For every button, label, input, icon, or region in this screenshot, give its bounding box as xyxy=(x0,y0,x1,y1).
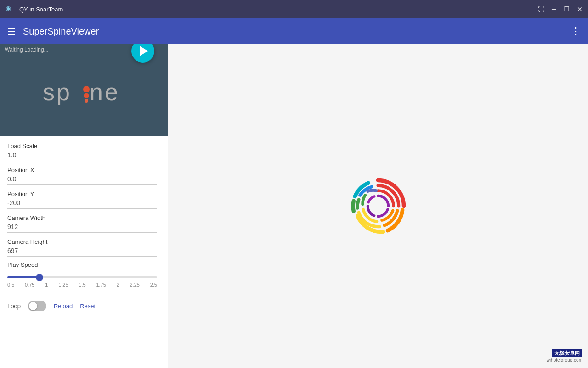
window-controls: ⛶ ─ ❐ ✕ xyxy=(538,6,582,13)
watermark: 无极安卓网 wjhotelgroup.com xyxy=(547,349,582,362)
play-speed-slider-wrapper: 0.5 0.75 1 1.25 1.5 1.75 2 2.25 2.5 xyxy=(7,272,157,297)
reset-button[interactable]: Reset xyxy=(80,303,96,310)
play-speed-label: Play Speed xyxy=(7,261,157,268)
tick-2-5: 2.5 xyxy=(150,282,157,288)
play-speed-slider[interactable] xyxy=(7,276,157,278)
tick-0-75: 0.75 xyxy=(25,282,34,288)
watermark-url: wjhotelgroup.com xyxy=(547,357,582,362)
loop-label: Loop xyxy=(7,303,21,310)
tick-1-5: 1.5 xyxy=(79,282,85,288)
spinner-svg xyxy=(346,174,410,238)
maximize-button[interactable]: ⛶ xyxy=(538,6,544,13)
minimize-button[interactable]: ─ xyxy=(552,6,556,13)
camera-width-group: Camera Width xyxy=(0,212,164,236)
svg-point-1 xyxy=(83,86,90,92)
camera-height-input[interactable] xyxy=(7,246,157,257)
loop-toggle[interactable] xyxy=(28,301,46,311)
app-bar-left: ☰ SuperSpineViewer xyxy=(7,26,99,37)
load-scale-label: Load Scale xyxy=(7,143,157,150)
loading-spinner xyxy=(346,174,410,238)
load-scale-input[interactable] xyxy=(7,150,157,161)
title-bar: ◉ QYun SoarTeam ⛶ ─ ❐ ✕ xyxy=(0,0,588,18)
camera-height-label: Camera Height xyxy=(7,238,157,245)
camera-width-input[interactable] xyxy=(7,222,157,233)
position-x-input[interactable] xyxy=(7,174,157,185)
menu-icon[interactable]: ☰ xyxy=(7,26,16,37)
camera-width-label: Camera Width xyxy=(7,214,157,221)
load-scale-group: Load Scale xyxy=(0,140,164,164)
app-name: QYun SoarTeam xyxy=(19,6,63,13)
toggle-knob xyxy=(29,302,37,310)
position-y-label: Position Y xyxy=(7,190,157,197)
close-button[interactable]: ✕ xyxy=(577,6,582,13)
svg-point-3 xyxy=(85,99,88,103)
title-bar-left: ◉ QYun SoarTeam xyxy=(6,5,63,14)
tick-0-5: 0.5 xyxy=(7,282,14,288)
spine-brand: sp ne xyxy=(38,72,130,109)
position-x-group: Position X xyxy=(0,164,164,188)
more-options-icon[interactable]: ⋮ xyxy=(571,26,581,36)
reload-button[interactable]: Reload xyxy=(54,303,73,310)
app-icon: ◉ xyxy=(6,5,15,14)
left-panel: sp ne Waiting Loading... Load Scale xyxy=(0,44,168,368)
controls-panel: Load Scale Position X Position Y Camera … xyxy=(0,136,168,368)
tick-1: 1 xyxy=(45,282,48,288)
tick-2-25: 2.25 xyxy=(130,282,139,288)
camera-height-group: Camera Height xyxy=(0,236,164,259)
position-y-group: Position Y xyxy=(0,188,164,212)
app-bar: ☰ SuperSpineViewer ⋮ xyxy=(0,18,588,44)
position-y-input[interactable] xyxy=(7,198,157,209)
app-title: SuperSpineViewer xyxy=(23,26,99,37)
waiting-text: Waiting Loading... xyxy=(5,46,49,132)
right-panel: 无极安卓网 wjhotelgroup.com xyxy=(168,44,588,368)
position-x-label: Position X xyxy=(7,167,157,173)
slider-ticks: 0.5 0.75 1 1.25 1.5 1.75 2 2.25 2.5 xyxy=(7,282,157,288)
watermark-brand: 无极安卓网 xyxy=(552,349,582,357)
svg-point-2 xyxy=(84,93,89,98)
tick-1-25: 1.25 xyxy=(58,282,68,288)
svg-text:ne: ne xyxy=(90,79,120,105)
main-container: sp ne Waiting Loading... Load Scale xyxy=(0,44,588,368)
bottom-controls: Loop Reload Reset xyxy=(0,297,164,315)
restore-button[interactable]: ❐ xyxy=(564,6,570,13)
tick-2: 2 xyxy=(117,282,119,288)
play-speed-group: Play Speed 0.5 0.75 1 1.25 1.5 1.75 2 2.… xyxy=(0,259,164,297)
tick-1-75: 1.75 xyxy=(96,282,106,288)
spine-logo-svg: sp ne xyxy=(38,72,130,109)
